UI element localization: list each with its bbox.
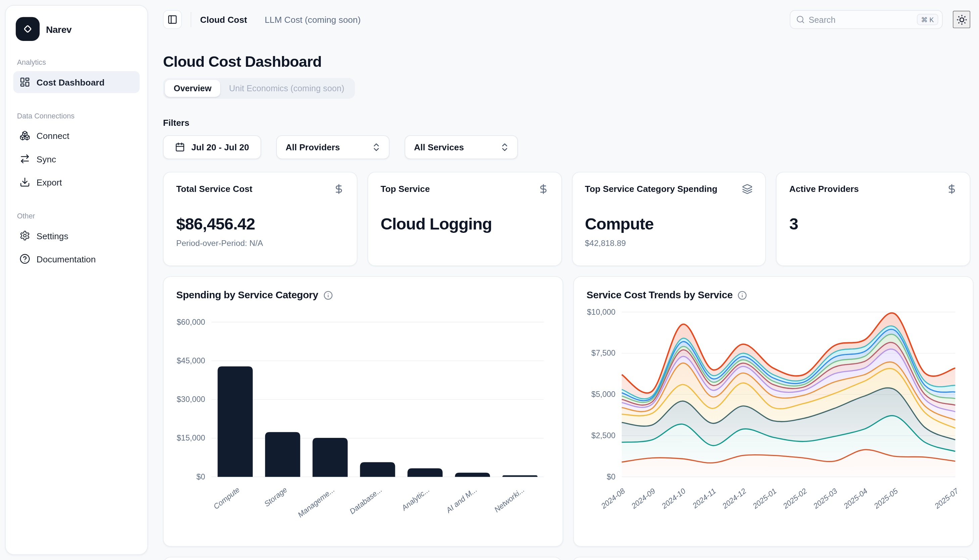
dashboard-icon	[20, 77, 30, 88]
stat-subtitle	[380, 238, 549, 248]
svg-text:$60,000: $60,000	[177, 318, 205, 327]
main-content: Cloud Cost LLM Cost (coming soon) ⌘ K Cl…	[148, 0, 979, 560]
layers-icon	[742, 184, 753, 195]
tab-group: Overview Unit Economics (coming soon)	[163, 78, 355, 99]
filter-controls: Jul 20 - Jul 20 All Providers All Servic…	[163, 135, 971, 159]
sun-icon	[956, 13, 967, 25]
svg-text:2025-05: 2025-05	[872, 487, 900, 510]
sidebar-item-label: Documentation	[37, 254, 96, 264]
diamond-icon	[22, 23, 34, 35]
service-filter-select[interactable]: All Services	[404, 135, 518, 159]
sidebar-item-cost-dashboard[interactable]: Cost Dashboard	[13, 71, 140, 93]
svg-text:$10,000: $10,000	[587, 308, 615, 317]
tab-unit-economics[interactable]: Unit Economics (coming soon)	[220, 80, 353, 97]
search-shortcut-badge: ⌘ K	[917, 14, 938, 25]
stat-title: Top Service Category Spending	[585, 184, 717, 194]
cost-trends-card: Service Cost Trends by Service $0$2,500$…	[573, 276, 974, 547]
cost-trends-chart: $0$2,500$5,000$7,500$10,0002024-082024-0…	[587, 303, 961, 528]
gear-icon	[20, 230, 30, 241]
chart-cards: Spending by Service Category $0$15,000$3…	[163, 276, 971, 547]
svg-text:$45,000: $45,000	[177, 356, 205, 365]
chart-title: Service Cost Trends by Service	[587, 290, 733, 301]
sidebar-item-label: Cost Dashboard	[37, 77, 105, 87]
chevrons-up-down-icon	[371, 142, 381, 152]
sidebar: Narev Analytics Cost Dashboard Data Conn…	[5, 5, 148, 555]
provider-filter-value: All Providers	[285, 142, 340, 152]
svg-text:2024-10: 2024-10	[660, 487, 687, 510]
provider-filter-select[interactable]: All Providers	[276, 135, 390, 159]
filters-label: Filters	[163, 118, 971, 128]
svg-text:AI and M...: AI and M...	[444, 485, 479, 515]
topbar-divider	[191, 12, 191, 27]
svg-text:$30,000: $30,000	[177, 395, 205, 403]
search-box[interactable]: ⌘ K	[790, 10, 943, 29]
sidebar-item-settings[interactable]: Settings	[13, 225, 140, 247]
sidebar-item-connect[interactable]: Connect	[13, 125, 140, 147]
topbar-right: ⌘ K	[790, 10, 970, 29]
calendar-icon	[175, 142, 185, 152]
sidebar-item-label: Connect	[37, 130, 70, 141]
stat-cards: Total Service Cost $86,456.42 Period-ove…	[163, 172, 971, 266]
sidebar-section-data-connections: Data Connections	[17, 112, 136, 120]
stat-subtitle	[789, 238, 957, 248]
arrows-right-left-icon	[20, 154, 30, 164]
bottom-cards	[163, 557, 971, 560]
dollar-icon	[538, 184, 549, 195]
svg-text:Manageme...: Manageme...	[296, 485, 336, 519]
stat-value: $86,456.42	[176, 214, 344, 234]
stat-subtitle: Period-over-Period: N/A	[176, 238, 344, 248]
spending-by-category-chart: $0$15,000$30,000$45,000$60,000ComputeSto…	[176, 303, 550, 528]
spending-by-category-card: Spending by Service Category $0$15,000$3…	[163, 276, 564, 547]
download-icon	[20, 177, 30, 188]
search-icon	[796, 15, 805, 24]
svg-text:$0: $0	[607, 472, 615, 481]
page-title: Cloud Cost Dashboard	[163, 53, 971, 71]
theme-toggle-button[interactable]	[953, 11, 971, 28]
help-circle-icon	[20, 254, 30, 264]
date-range-value: Jul 20 - Jul 20	[191, 142, 249, 152]
svg-text:Compute: Compute	[212, 485, 241, 511]
sidebar-item-export[interactable]: Export	[13, 171, 140, 193]
svg-text:2024-08: 2024-08	[599, 487, 627, 510]
stat-card-total-service-cost: Total Service Cost $86,456.42 Period-ove…	[163, 172, 357, 266]
stat-value: 3	[789, 214, 957, 234]
svg-text:2024-12: 2024-12	[720, 487, 748, 510]
stat-subtitle: $42,818.89	[585, 238, 753, 248]
sidebar-item-documentation[interactable]: Documentation	[13, 248, 140, 270]
svg-text:Storage: Storage	[263, 485, 289, 508]
partial-card-left	[163, 557, 562, 560]
sidebar-toggle-button[interactable]	[163, 10, 182, 29]
stat-title: Total Service Cost	[176, 184, 252, 194]
stat-value: Compute	[585, 214, 753, 234]
sidebar-item-sync[interactable]: Sync	[13, 148, 140, 170]
info-icon[interactable]	[323, 290, 333, 300]
svg-text:2025-07: 2025-07	[933, 487, 960, 511]
dollar-icon	[946, 184, 957, 195]
svg-text:2024-09: 2024-09	[630, 487, 657, 510]
tab-overview[interactable]: Overview	[165, 80, 220, 97]
stat-title: Top Service	[380, 184, 430, 194]
svg-text:$7,500: $7,500	[591, 348, 615, 357]
sidebar-item-label: Settings	[37, 230, 68, 240]
sidebar-item-label: Export	[37, 177, 62, 187]
svg-text:$0: $0	[196, 472, 205, 481]
chevrons-up-down-icon	[499, 142, 509, 152]
date-range-button[interactable]: Jul 20 - Jul 20	[163, 135, 261, 159]
chart-title: Spending by Service Category	[176, 290, 318, 301]
nav-llm-cost[interactable]: LLM Cost (coming soon)	[265, 15, 361, 25]
nav-cloud-cost[interactable]: Cloud Cost	[200, 15, 247, 25]
brand: Narev	[13, 16, 140, 42]
narev-logo	[16, 17, 40, 41]
stat-card-top-service: Top Service Cloud Logging	[367, 172, 562, 266]
svg-text:2025-03: 2025-03	[812, 487, 839, 510]
svg-text:Networki...: Networki...	[493, 485, 526, 514]
service-filter-value: All Services	[414, 142, 464, 152]
search-input[interactable]	[809, 15, 912, 24]
svg-text:$5,000: $5,000	[591, 390, 615, 398]
svg-text:2024-11: 2024-11	[691, 487, 717, 510]
stat-card-active-providers: Active Providers 3	[776, 172, 970, 266]
boxes-icon	[20, 130, 30, 141]
info-icon[interactable]	[738, 290, 747, 300]
svg-text:$15,000: $15,000	[177, 433, 205, 442]
svg-text:Analytic...: Analytic...	[400, 485, 431, 513]
